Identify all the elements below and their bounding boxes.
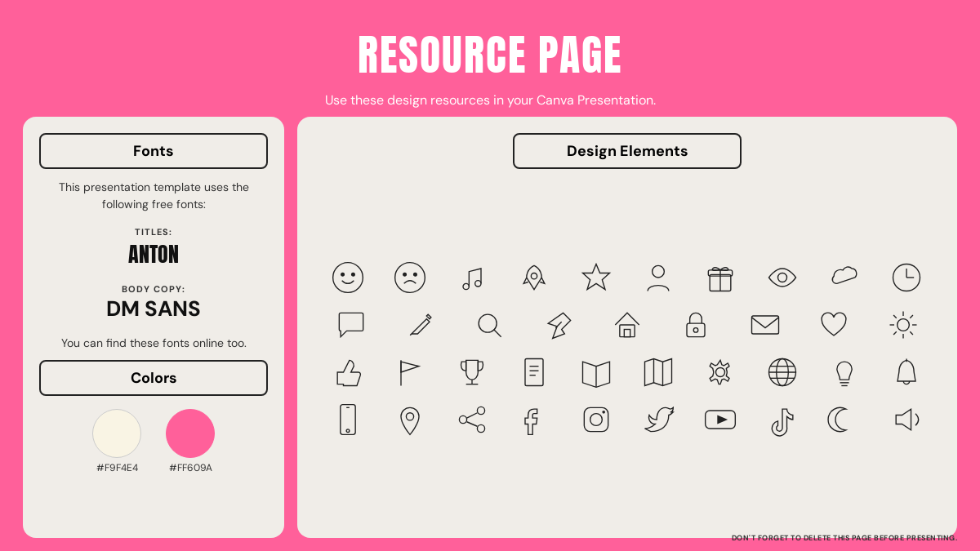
svg-line-34	[910, 315, 913, 318]
svg-point-8	[531, 273, 537, 279]
body-font-entry: BODY COPY: DM SANS	[39, 283, 268, 322]
color-circle-2	[166, 409, 215, 458]
color-swatches: #F9F4E4 #FF609A	[39, 409, 268, 474]
globe-icon	[761, 351, 804, 393]
magnify-icon	[468, 304, 510, 346]
title-font-name: ANTON	[39, 238, 268, 270]
pencil-icon	[399, 304, 442, 346]
svg-point-61	[459, 415, 466, 423]
svg-point-14	[778, 273, 787, 282]
svg-point-3	[395, 263, 425, 293]
megaphone-icon	[885, 398, 928, 441]
icons-row-3	[317, 351, 938, 393]
eye-icon	[761, 256, 804, 299]
svg-rect-23	[624, 330, 630, 337]
svg-point-10	[653, 265, 665, 278]
svg-rect-55	[341, 405, 355, 435]
gear-icon	[699, 351, 742, 393]
icons-row-2	[317, 304, 938, 346]
bell-icon	[885, 351, 928, 393]
music-note-icon	[451, 256, 493, 299]
svg-point-1	[341, 273, 345, 277]
main-content: Fonts This presentation template uses th…	[0, 117, 980, 551]
lock-icon	[675, 304, 717, 346]
pin-icon	[537, 304, 580, 346]
title-font-entry: TITLES: ANTON	[39, 226, 268, 270]
svg-line-35	[893, 331, 897, 335]
body-font-name: DM SANS	[39, 295, 268, 322]
instagram-icon	[575, 398, 617, 441]
svg-point-59	[477, 407, 484, 414]
rocket-icon	[513, 256, 555, 299]
youtube-icon	[699, 398, 742, 441]
svg-rect-22	[620, 325, 635, 337]
footer-note: DON'T FORGET TO DELETE THIS PAGE BEFORE …	[732, 533, 958, 543]
svg-line-63	[467, 422, 478, 427]
bulb-icon	[823, 351, 866, 393]
body-font-label: BODY COPY:	[39, 283, 268, 295]
color-label-1: #F9F4E4	[96, 461, 138, 474]
color-circle-1	[92, 409, 141, 458]
right-panel: Design Elements	[297, 117, 957, 538]
title-font-label: TITLES:	[39, 226, 268, 238]
cloud-icon	[823, 256, 866, 299]
share-icon	[451, 398, 493, 441]
gift-icon	[699, 256, 742, 299]
document-icon	[513, 351, 555, 393]
svg-point-27	[897, 319, 909, 331]
svg-point-7	[475, 281, 481, 287]
svg-rect-39	[525, 359, 543, 386]
trophy-icon	[451, 351, 493, 393]
mail-icon	[744, 304, 786, 346]
svg-marker-9	[583, 264, 610, 290]
facebook-icon	[513, 398, 555, 441]
color-swatch-2: #FF609A	[166, 409, 215, 474]
svg-point-4	[403, 273, 407, 277]
icons-row-4	[317, 398, 938, 441]
page-subtitle: Use these design resources in your Canva…	[0, 91, 980, 109]
star-icon	[575, 256, 617, 299]
moon-icon	[823, 398, 866, 441]
svg-point-65	[590, 414, 603, 426]
svg-point-0	[333, 263, 363, 293]
svg-point-2	[352, 273, 355, 277]
page-header: RESOURCE PAGE Use these design resources…	[0, 0, 980, 117]
svg-line-62	[467, 413, 478, 418]
speech-bubble-icon	[330, 304, 372, 346]
house-icon	[606, 304, 648, 346]
heart-icon	[813, 304, 855, 346]
svg-line-18	[410, 334, 412, 335]
left-panel: Fonts This presentation template uses th…	[23, 117, 284, 538]
svg-point-57	[346, 429, 350, 433]
fonts-header: Fonts	[39, 133, 268, 169]
thumbsup-icon	[327, 351, 369, 393]
svg-point-5	[414, 273, 417, 277]
colors-section: Colors #F9F4E4 #FF609A	[39, 360, 268, 474]
flag-icon	[389, 351, 431, 393]
svg-point-46	[716, 368, 725, 377]
person-icon	[637, 256, 679, 299]
color-swatch-1: #F9F4E4	[92, 409, 141, 474]
smiley-icon	[327, 256, 369, 299]
phone-icon	[327, 398, 369, 441]
svg-line-32	[893, 315, 897, 318]
svg-line-20	[494, 330, 501, 337]
clock-icon	[885, 256, 928, 299]
sun-icon	[882, 304, 924, 346]
page-title: RESOURCE PAGE	[0, 23, 980, 87]
twitter-icon	[637, 398, 679, 441]
colors-header: Colors	[39, 360, 268, 396]
design-elements-header: Design Elements	[513, 133, 742, 169]
svg-point-25	[694, 328, 699, 333]
svg-point-6	[463, 283, 469, 289]
svg-point-60	[477, 424, 484, 432]
svg-line-21	[555, 322, 561, 327]
fonts-footer: You can find these fonts online too.	[39, 335, 268, 350]
tiktok-icon	[761, 398, 804, 441]
color-label-2: #FF609A	[169, 461, 212, 474]
icons-grid	[317, 176, 938, 522]
sad-face-icon	[389, 256, 431, 299]
book-icon	[575, 351, 617, 393]
svg-marker-68	[717, 415, 728, 424]
svg-rect-24	[687, 323, 705, 337]
